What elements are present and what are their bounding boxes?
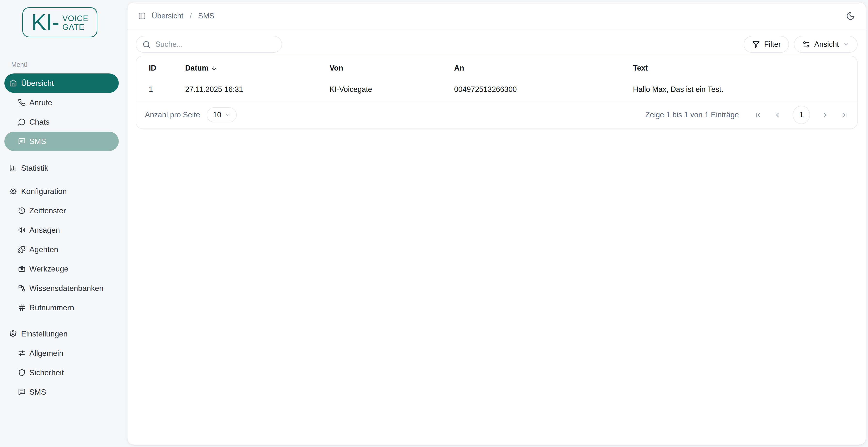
sidebar-item-werkzeuge[interactable]: Werkzeuge <box>4 259 119 278</box>
sidebar-item-konfiguration[interactable]: Konfiguration <box>4 182 119 201</box>
sidebar-item-statistik[interactable]: Statistik <box>4 158 119 178</box>
breadcrumb-sms[interactable]: SMS <box>198 12 214 20</box>
cell-text: Hallo Max, Das ist ein Test. <box>633 85 844 94</box>
sidebar-item-sms[interactable]: SMS <box>4 131 119 151</box>
chevron-last-icon <box>840 111 848 119</box>
column-header-id[interactable]: ID <box>149 64 185 72</box>
top-bar: Übersicht / SMS <box>127 2 866 30</box>
search-box[interactable] <box>136 36 282 53</box>
workflow-icon <box>18 284 26 292</box>
sidebar-item-wissensdatenbanken[interactable]: Wissensdatenbanken <box>4 278 119 298</box>
column-header-von[interactable]: Von <box>330 64 454 72</box>
table-footer: Anzahl pro Seite 10 Zeige 1 bis 1 von 1 … <box>136 101 857 128</box>
last-page-button[interactable] <box>840 111 848 119</box>
sidebar-item-allgemein[interactable]: Allgemein <box>4 344 119 363</box>
sidebar-item-zeitfenster[interactable]: Zeitfenster <box>4 201 119 220</box>
chat-bubble-icon <box>18 118 26 126</box>
view-button[interactable]: Ansicht <box>794 36 858 53</box>
search-icon <box>143 40 151 49</box>
first-page-button[interactable] <box>754 111 762 119</box>
sidebar-item-uebersicht[interactable]: Übersicht <box>4 73 119 93</box>
sidebar-item-sicherheit[interactable]: Sicherheit <box>4 363 119 382</box>
chevron-first-icon <box>754 111 762 119</box>
logo-text-primary: KI- <box>31 11 59 34</box>
bar-chart-icon <box>9 164 17 172</box>
breadcrumb-separator: / <box>189 12 193 20</box>
chevron-down-icon <box>843 41 849 48</box>
sort-descending-icon <box>211 65 217 71</box>
menu-section-label: Menü <box>11 61 28 69</box>
sliders-icon <box>18 349 26 357</box>
sidebar-nav: Übersicht Anrufe Chats SMS Statistik <box>4 73 119 402</box>
cell-von: KI-Voicegate <box>330 85 454 94</box>
sidebar-item-sms-settings[interactable]: SMS <box>4 382 119 402</box>
table-header-row: ID Datum Von An Text <box>136 56 857 78</box>
message-square-icon <box>18 138 26 145</box>
table-row[interactable]: 1 27.11.2025 16:31 KI-Voicegate 00497251… <box>136 78 857 101</box>
pagination-controls: 1 <box>754 106 848 124</box>
column-header-an[interactable]: An <box>454 64 633 72</box>
toolbox-icon <box>18 265 26 273</box>
dark-mode-toggle[interactable] <box>846 11 855 21</box>
cell-datum: 27.11.2025 16:31 <box>185 85 330 94</box>
sidebar-toggle-button[interactable] <box>138 12 146 20</box>
sidebar-item-agenten[interactable]: Agenten <box>4 240 119 259</box>
panel-left-icon <box>138 12 146 20</box>
column-header-datum[interactable]: Datum <box>185 64 330 72</box>
current-page-indicator[interactable]: 1 <box>793 106 810 124</box>
home-icon <box>9 79 17 87</box>
cog-icon <box>9 187 17 195</box>
sidebar-item-anrufe[interactable]: Anrufe <box>4 93 119 112</box>
logo-text-secondary: VOICE GATE <box>62 14 88 32</box>
previous-page-button[interactable] <box>774 111 781 119</box>
main-content-card: Übersicht / SMS Filter <box>127 2 866 445</box>
column-header-text[interactable]: Text <box>633 64 844 72</box>
chevron-down-icon <box>225 112 231 118</box>
settings-gear-icon <box>9 330 17 338</box>
sidebar-item-ansagen[interactable]: Ansagen <box>4 220 119 240</box>
entries-info: Zeige 1 bis 1 von 1 Einträge <box>645 111 739 119</box>
sidebar-item-chats[interactable]: Chats <box>4 112 119 131</box>
clock-icon <box>18 207 26 214</box>
chevron-right-icon <box>821 111 829 119</box>
sidebar: KI- VOICE GATE Menü Übersicht Anrufe Cha… <box>0 0 127 447</box>
search-input[interactable] <box>155 40 275 49</box>
funnel-icon <box>752 40 760 49</box>
hash-icon <box>18 304 26 311</box>
shield-icon <box>18 369 26 377</box>
phone-icon <box>18 99 26 107</box>
next-page-button[interactable] <box>821 111 829 119</box>
settings2-icon <box>802 40 810 49</box>
sms-table: ID Datum Von An Text 1 27.11.2025 16:31 … <box>136 56 858 129</box>
cell-an: 004972513266300 <box>454 85 633 94</box>
filter-button[interactable]: Filter <box>744 36 789 53</box>
app-logo: KI- VOICE GATE <box>22 7 97 37</box>
cell-id: 1 <box>149 85 185 94</box>
chevron-left-icon <box>774 111 781 119</box>
per-page-label: Anzahl pro Seite <box>145 111 200 119</box>
sidebar-item-einstellungen[interactable]: Einstellungen <box>4 324 119 344</box>
puzzle-icon <box>18 245 26 253</box>
page-size-select[interactable]: 10 <box>207 108 237 122</box>
breadcrumb: Übersicht / SMS <box>152 12 214 20</box>
moon-icon <box>846 11 855 21</box>
toolbar: Filter Ansicht <box>127 30 866 53</box>
sidebar-item-rufnummern[interactable]: Rufnummern <box>4 298 119 317</box>
message-square-icon <box>18 388 26 396</box>
breadcrumb-uebersicht[interactable]: Übersicht <box>152 12 183 20</box>
volume-icon <box>18 226 26 234</box>
